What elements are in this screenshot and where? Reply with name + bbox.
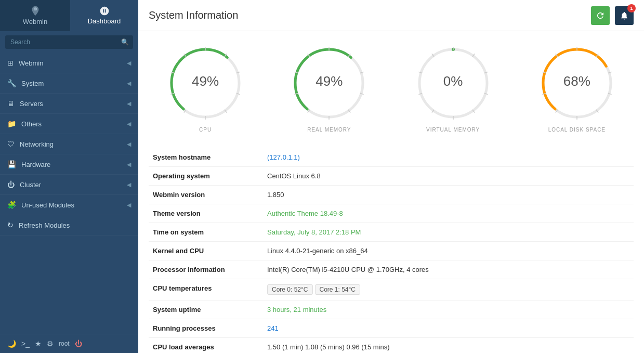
sidebar-item-refresh-modules[interactable]: ↻Refresh Modules bbox=[0, 215, 138, 236]
sidebar-item-label-webmin: Webmin bbox=[19, 59, 43, 67]
search-icon: 🔍 bbox=[121, 38, 129, 46]
cpu-gauge: 49% CPU bbox=[164, 42, 247, 133]
cpu-gauge-svg: 49% bbox=[164, 42, 247, 125]
topbar: System Information 1 bbox=[138, 0, 644, 31]
star-icon[interactable]: ★ bbox=[35, 339, 42, 348]
power-icon: ⏻ bbox=[7, 180, 15, 189]
notification-badge: 1 bbox=[627, 4, 636, 12]
row-value-uptime: 3 hours, 21 minutes bbox=[263, 300, 634, 319]
dashboard-label: Dashboard bbox=[88, 17, 121, 25]
sidebar-bottom: 🌙 >_ ★ ⚙ root ⏻ bbox=[0, 334, 138, 353]
row-value-processor-info: Intel(R) Core(TM) i5-4210U CPU @ 1.70GHz… bbox=[263, 260, 634, 279]
sidebar-item-hardware[interactable]: 💾Hardware◀ bbox=[0, 154, 138, 175]
terminal-icon[interactable]: >_ bbox=[21, 339, 30, 348]
sidebar-item-servers[interactable]: 🖥Servers◀ bbox=[0, 94, 138, 114]
row-label-hostname: System hostname bbox=[149, 148, 263, 167]
folder-icon: 📁 bbox=[7, 120, 16, 128]
chevron-right-icon: ◀ bbox=[127, 100, 131, 107]
row-value-hostname: (127.0.1.1) bbox=[263, 148, 634, 167]
table-row-running-processes: Running processes241 bbox=[149, 319, 634, 338]
table-row-processor-info: Processor informationIntel(R) Core(TM) i… bbox=[149, 260, 634, 279]
sidebar-item-label-unused-modules: Un-used Modules bbox=[21, 201, 74, 209]
temp-badge: Core 1: 54°C bbox=[315, 284, 361, 295]
table-row-uptime: System uptime3 hours, 21 minutes bbox=[149, 300, 634, 319]
table-row-cpu-temps: CPU temperaturesCore 0: 52°CCore 1: 54°C bbox=[149, 279, 634, 300]
table-row-time-on-system: Time on systemSaturday, July 8, 2017 2:1… bbox=[149, 223, 634, 242]
chevron-right-icon: ◀ bbox=[127, 60, 131, 67]
row-value-webmin-version: 1.850 bbox=[263, 186, 634, 204]
config-icon[interactable]: ⚙ bbox=[47, 339, 54, 348]
row-label-processor-info: Processor information bbox=[149, 260, 263, 279]
temp-badge: Core 0: 52°C bbox=[267, 284, 313, 295]
row-label-kernel-cpu: Kernel and CPU bbox=[149, 242, 263, 260]
dashboard-nav[interactable]: Dashboard bbox=[70, 0, 138, 31]
puzzle-icon: 🧩 bbox=[7, 201, 16, 209]
search-bar: 🔍 bbox=[0, 31, 138, 53]
main-content: System Information 1 bbox=[138, 0, 644, 353]
sidebar-item-label-others: Others bbox=[21, 120, 42, 128]
real-memory-gauge: 49% REAL MEMORY bbox=[287, 42, 371, 133]
virtual-memory-gauge: 0% VIRTUAL MEMORY bbox=[412, 42, 495, 133]
local-disk-gauge-svg: 68% bbox=[535, 42, 619, 125]
row-label-cpu-temps: CPU temperatures bbox=[149, 279, 263, 300]
sidebar-item-webmin[interactable]: ⊞Webmin◀ bbox=[0, 53, 138, 73]
cpu-gauge-value: 49% bbox=[192, 73, 219, 89]
table-row-theme-version: Theme versionAuthentic Theme 18.49-8 bbox=[149, 204, 634, 223]
row-label-cpu-load: CPU load averages bbox=[149, 338, 263, 354]
info-table-body: System hostname(127.0.1.1)Operating syst… bbox=[149, 148, 634, 353]
sidebar-item-cluster[interactable]: ⏻Cluster◀ bbox=[0, 175, 138, 195]
chevron-right-icon: ◀ bbox=[127, 141, 131, 148]
chevron-right-icon: ◀ bbox=[127, 121, 131, 127]
sidebar-item-label-refresh-modules: Refresh Modules bbox=[19, 221, 70, 229]
sidebar-item-others[interactable]: 📁Others◀ bbox=[0, 114, 138, 134]
sidebar-item-label-hardware: Hardware bbox=[21, 161, 50, 168]
sidebar-item-label-networking: Networking bbox=[20, 140, 54, 148]
wrench-icon: 🔧 bbox=[7, 79, 16, 87]
sidebar-item-system[interactable]: 🔧System◀ bbox=[0, 73, 138, 94]
sidebar-item-label-cluster: Cluster bbox=[20, 181, 41, 189]
notification-button[interactable]: 1 bbox=[615, 6, 634, 25]
refresh-icon: ↻ bbox=[7, 221, 14, 229]
search-input[interactable] bbox=[5, 35, 133, 49]
sidebar-header: Webmin Dashboard bbox=[0, 0, 138, 31]
real-memory-gauge-label: REAL MEMORY bbox=[307, 127, 351, 133]
shield-icon: 🛡 bbox=[7, 140, 15, 148]
page-title: System Information bbox=[149, 9, 238, 21]
sidebar-item-label-system: System bbox=[21, 80, 44, 87]
sidebar-item-label-servers: Servers bbox=[20, 100, 43, 108]
sidebar-item-unused-modules[interactable]: 🧩Un-used Modules◀ bbox=[0, 195, 138, 215]
row-label-running-processes: Running processes bbox=[149, 319, 263, 338]
chevron-right-icon: ◀ bbox=[127, 181, 131, 188]
gauges-row: 49% CPU bbox=[149, 42, 634, 133]
row-value-time-on-system: Saturday, July 8, 2017 2:18 PM bbox=[263, 223, 634, 242]
sidebar-nav: ⊞Webmin◀🔧System◀🖥Servers◀📁Others◀🛡Networ… bbox=[0, 53, 138, 334]
table-row-os: Operating systemCentOS Linux 6.8 bbox=[149, 167, 634, 186]
table-row-hostname: System hostname(127.0.1.1) bbox=[149, 148, 634, 167]
virtual-memory-gauge-label: VIRTUAL MEMORY bbox=[426, 127, 480, 133]
refresh-button[interactable] bbox=[591, 6, 610, 25]
root-label[interactable]: root bbox=[59, 340, 70, 347]
chevron-right-icon: ◀ bbox=[127, 80, 131, 87]
table-row-webmin-version: Webmin version1.850 bbox=[149, 186, 634, 204]
local-disk-gauge: 68% LOCAL DISK SPACE bbox=[535, 42, 619, 133]
row-value-running-processes: 241 bbox=[263, 319, 634, 338]
sidebar: Webmin Dashboard 🔍 ⊞Webmin◀🔧System◀🖥Serv… bbox=[0, 0, 138, 353]
webmin-label: Webmin bbox=[23, 18, 47, 25]
virtual-memory-gauge-value: 0% bbox=[443, 73, 463, 89]
moon-icon[interactable]: 🌙 bbox=[7, 339, 16, 348]
cpu-gauge-label: CPU bbox=[199, 127, 212, 133]
info-table: System hostname(127.0.1.1)Operating syst… bbox=[149, 148, 634, 353]
table-row-cpu-load: CPU load averages1.50 (1 min) 1.08 (5 mi… bbox=[149, 338, 634, 354]
virtual-memory-gauge-svg: 0% bbox=[412, 42, 495, 125]
real-memory-gauge-svg: 49% bbox=[287, 42, 371, 125]
topbar-actions: 1 bbox=[591, 6, 634, 25]
sidebar-item-networking[interactable]: 🛡Networking◀ bbox=[0, 134, 138, 154]
chevron-right-icon: ◀ bbox=[127, 161, 131, 168]
signout-icon[interactable]: ⏻ bbox=[75, 339, 82, 348]
dashboard-body: 49% CPU bbox=[138, 31, 644, 353]
table-row-kernel-cpu: Kernel and CPULinux 4.4.0-21-generic on … bbox=[149, 242, 634, 260]
row-label-os: Operating system bbox=[149, 167, 263, 186]
row-value-kernel-cpu: Linux 4.4.0-21-generic on x86_64 bbox=[263, 242, 634, 260]
hdd-icon: 💾 bbox=[7, 160, 16, 168]
webmin-logo[interactable]: Webmin bbox=[0, 0, 70, 31]
